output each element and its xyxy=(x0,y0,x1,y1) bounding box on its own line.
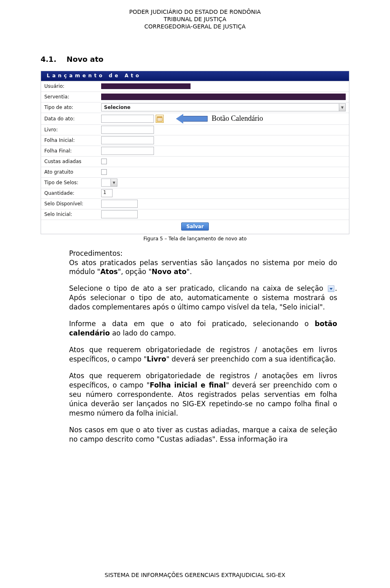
p2-a: Selecione o tipo de ato a ser praticado,… xyxy=(69,284,327,292)
redacted-serventia xyxy=(101,94,346,100)
tipo-selos-select[interactable]: ▼ xyxy=(101,179,117,187)
ato-gratuito-checkbox[interactable] xyxy=(101,169,107,175)
chevron-down-icon: ▼ xyxy=(110,179,117,186)
p1-mid: , opção xyxy=(121,268,149,276)
redacted-usuario xyxy=(101,83,191,89)
label-selo-disponivel: Selo Disponível: xyxy=(44,201,101,207)
header-line-1: PODER JUDICIÁRIO DO ESTADO DE RONDÔNIA xyxy=(41,8,349,15)
calendar-button[interactable] xyxy=(156,115,164,123)
svg-rect-1 xyxy=(157,117,162,118)
header-line-3: CORREGEDORIA-GERAL DE JUSTIÇA xyxy=(41,23,349,30)
selo-inicial-input[interactable] xyxy=(101,210,138,218)
label-quantidade: Quantidade: xyxy=(44,190,101,196)
footer: SISTEMA DE INFORMAÇÕES GERENCIAIS EXTRAJ… xyxy=(0,572,390,578)
p1-end: . xyxy=(190,268,192,276)
label-livro: Livro: xyxy=(44,127,101,133)
form-panel: Lançamento de Ato Usuário: Serventia: Ti… xyxy=(41,71,349,234)
figure-caption: Figura 5 – Tela de lançamento de novo at… xyxy=(41,236,349,242)
p3-b: ao lado do campo. xyxy=(110,329,176,337)
tipo-ato-select[interactable]: Selecione ▼ xyxy=(101,103,346,111)
label-tipo-ato: Tipo de ato: xyxy=(44,105,101,110)
selo-disponivel-input[interactable] xyxy=(101,200,138,208)
p3-a: Informe a data em que o ato foi praticad… xyxy=(69,320,315,328)
label-usuario: Usuário: xyxy=(44,83,101,89)
label-ato-gratuito: Ato gratuito xyxy=(44,169,101,175)
custas-adiadas-checkbox[interactable] xyxy=(101,159,107,164)
dropdown-icon xyxy=(328,285,334,292)
calendar-callout: Botão Calendário xyxy=(176,114,263,124)
section-number: 4.1. xyxy=(41,55,56,63)
label-tipo-selos: Tipo de Selos: xyxy=(44,180,101,185)
p5-bold: Folha inicial e final xyxy=(150,381,225,389)
p4-b: " deverá ser preenchido com a sua identi… xyxy=(166,355,336,363)
label-custas-adiadas: Custas adiadas xyxy=(44,159,101,164)
label-serventia: Serventia: xyxy=(44,94,101,100)
header-line-2: TRIBUNAL DE JUSTIÇA xyxy=(41,15,349,23)
chevron-down-icon: ▼ xyxy=(339,104,345,111)
folha-final-input[interactable] xyxy=(101,147,154,155)
livro-input[interactable] xyxy=(101,126,154,134)
section-heading: 4.1. Novo ato xyxy=(41,55,349,63)
label-selo-inicial: Selo Inicial: xyxy=(44,211,101,217)
quantidade-input[interactable]: 1 xyxy=(101,189,113,197)
body-text: Procedimentos: Os atos praticados pelas … xyxy=(41,249,349,444)
p6: Nos casos em que o ato tiver as custas a… xyxy=(69,425,337,444)
arrow-left-icon xyxy=(176,114,208,124)
label-folha-inicial: Folha Inicial: xyxy=(44,137,101,143)
calendar-icon xyxy=(157,116,162,122)
callout-label: Botão Calendário xyxy=(212,114,263,123)
p1-label: Procedimentos: xyxy=(69,249,123,257)
section-title-text: Novo ato xyxy=(67,55,104,63)
panel-title: Lançamento de Ato xyxy=(41,71,349,81)
folha-inicial-input[interactable] xyxy=(101,136,154,144)
tipo-ato-selected: Selecione xyxy=(104,105,130,110)
document-header: PODER JUDICIÁRIO DO ESTADO DE RONDÔNIA T… xyxy=(41,8,349,30)
p1-bold-atos: Atos xyxy=(100,268,118,276)
p1-bold-novo: Novo ato xyxy=(152,268,186,276)
save-button[interactable]: Salvar xyxy=(181,222,209,231)
p4-bold: Livro xyxy=(147,355,166,363)
data-ato-input[interactable] xyxy=(101,115,154,123)
label-data-ato: Data do ato: xyxy=(44,116,101,122)
label-folha-final: Folha Final: xyxy=(44,148,101,154)
